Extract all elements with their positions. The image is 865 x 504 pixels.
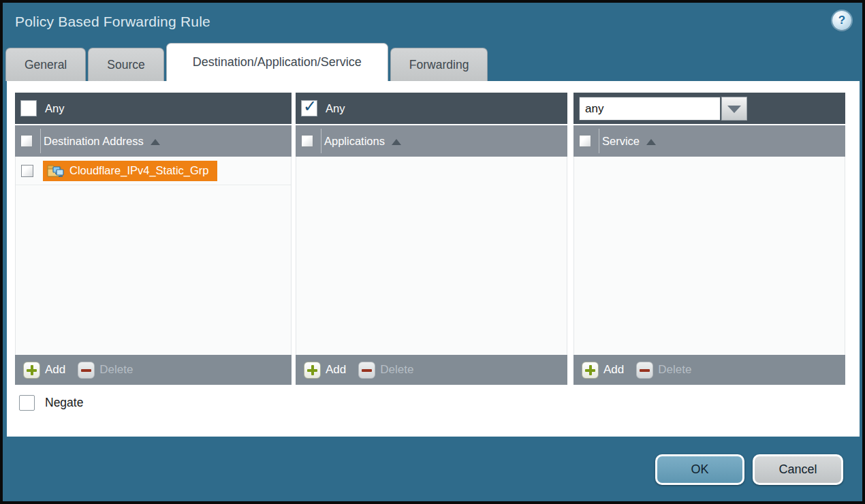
divider (40, 129, 41, 153)
add-icon[interactable] (304, 362, 321, 379)
sort-asc-icon (646, 139, 656, 145)
service-list (573, 157, 845, 355)
delete-icon[interactable] (358, 362, 375, 379)
sort-asc-icon (392, 139, 401, 145)
applications-footer: Add Delete (296, 355, 567, 385)
tab-content-panel: Any Destination Address (7, 81, 860, 437)
add-icon[interactable] (582, 362, 599, 379)
destination-column-header: Destination Address (15, 125, 292, 157)
delete-button[interactable]: Delete (658, 363, 691, 377)
service-column: any Service Add Delete (573, 93, 845, 385)
applications-select-all-checkbox[interactable] (301, 135, 313, 147)
tab-label: Source (107, 58, 144, 72)
tab-source[interactable]: Source (88, 48, 163, 81)
delete-icon[interactable] (636, 362, 653, 379)
tab-forwarding[interactable]: Forwarding (390, 48, 488, 81)
applications-list (296, 157, 567, 355)
table-row: Cloudflare_IPv4_Static_Grp (16, 157, 291, 185)
policy-based-forwarding-dialog: Policy Based Forwarding Rule General Sou… (0, 0, 865, 504)
destination-select-all-checkbox[interactable] (20, 135, 33, 147)
negate-label: Negate (45, 396, 83, 410)
service-sort-header[interactable]: Service (591, 135, 656, 148)
help-icon[interactable] (832, 11, 851, 30)
tab-general[interactable]: General (5, 48, 86, 81)
delete-button[interactable]: Delete (380, 363, 413, 377)
divider (321, 129, 321, 153)
add-button[interactable]: Add (603, 363, 624, 377)
chevron-down-icon (727, 106, 741, 113)
add-button[interactable]: Add (45, 363, 65, 377)
service-column-header: Service (573, 125, 845, 157)
applications-column-header: Applications (296, 125, 567, 157)
destination-any-checkbox[interactable] (20, 100, 37, 116)
service-dropdown-value[interactable]: any (579, 97, 721, 121)
column-header-label: Service (602, 135, 640, 148)
service-dropdown-button[interactable] (721, 97, 747, 121)
address-group-name: Cloudflare_IPv4_Static_Grp (69, 164, 209, 177)
delete-button[interactable]: Delete (99, 363, 133, 377)
service-dropdown[interactable]: any (579, 97, 747, 121)
destination-any-label: Any (45, 102, 64, 115)
destination-any-header: Any (15, 93, 292, 124)
column-header-label: Applications (324, 135, 385, 148)
row-checkbox[interactable] (21, 165, 33, 177)
add-button[interactable]: Add (326, 363, 346, 377)
destination-sort-header[interactable]: Destination Address (33, 135, 160, 148)
destination-footer: Add Delete (15, 355, 292, 385)
add-icon[interactable] (23, 362, 40, 379)
sort-asc-icon (151, 139, 160, 145)
dialog-title: Policy Based Forwarding Rule (15, 14, 210, 30)
cancel-button[interactable]: Cancel (753, 454, 843, 485)
negate-option: Negate (19, 395, 83, 411)
service-dropdown-header: any (573, 93, 845, 124)
tab-label: Forwarding (409, 58, 469, 72)
negate-checkbox[interactable] (19, 395, 35, 411)
service-footer: Add Delete (573, 355, 845, 385)
address-group-icon (47, 163, 65, 178)
applications-any-checkbox[interactable] (301, 100, 317, 116)
tab-bar: General Source Destination/Application/S… (5, 43, 488, 81)
delete-icon[interactable] (78, 362, 95, 379)
tab-label: General (25, 58, 67, 72)
applications-column: Any Applications Add Delete (296, 93, 567, 385)
column-header-label: Destination Address (44, 135, 144, 148)
applications-sort-header[interactable]: Applications (313, 135, 401, 148)
destination-address-column: Any Destination Address (15, 93, 292, 385)
applications-any-header: Any (296, 93, 567, 124)
applications-any-label: Any (326, 102, 345, 115)
ok-button[interactable]: OK (655, 454, 744, 485)
service-select-all-checkbox[interactable] (579, 135, 591, 147)
tab-label: Destination/Application/Service (193, 55, 362, 69)
tab-destination-application-service[interactable]: Destination/Application/Service (166, 43, 388, 81)
destination-list: Cloudflare_IPv4_Static_Grp (15, 157, 292, 355)
address-group-item[interactable]: Cloudflare_IPv4_Static_Grp (43, 161, 217, 181)
divider (599, 129, 599, 153)
